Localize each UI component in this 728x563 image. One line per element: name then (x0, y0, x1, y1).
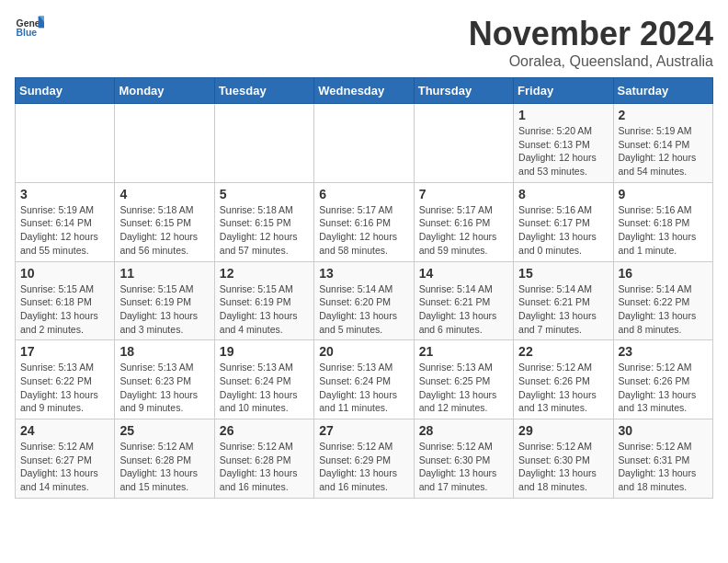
day-number: 10 (20, 266, 109, 281)
cell-info: Sunrise: 5:14 AM Sunset: 6:21 PM Dayligh… (518, 282, 608, 337)
day-number: 27 (319, 423, 408, 438)
calendar-cell: 18Sunrise: 5:13 AM Sunset: 6:23 PM Dayli… (115, 340, 214, 419)
cell-info: Sunrise: 5:14 AM Sunset: 6:22 PM Dayligh… (619, 282, 708, 337)
calendar-cell: 23Sunrise: 5:12 AM Sunset: 6:26 PM Dayli… (613, 340, 712, 419)
cell-info: Sunrise: 5:19 AM Sunset: 6:14 PM Dayligh… (20, 203, 109, 258)
calendar-week-row: 1Sunrise: 5:20 AM Sunset: 6:13 PM Daylig… (16, 104, 713, 183)
cell-info: Sunrise: 5:14 AM Sunset: 6:20 PM Dayligh… (319, 282, 408, 337)
day-header-tuesday: Tuesday (214, 78, 313, 104)
cell-info: Sunrise: 5:13 AM Sunset: 6:23 PM Dayligh… (119, 361, 209, 415)
cell-info: Sunrise: 5:12 AM Sunset: 6:30 PM Dayligh… (419, 440, 508, 494)
day-number: 11 (119, 266, 209, 281)
cell-info: Sunrise: 5:16 AM Sunset: 6:17 PM Dayligh… (518, 203, 608, 258)
calendar-cell: 16Sunrise: 5:14 AM Sunset: 6:22 PM Dayli… (613, 261, 712, 340)
day-header-wednesday: Wednesday (314, 78, 414, 104)
logo-icon: General Blue (15, 15, 44, 40)
calendar-cell: 27Sunrise: 5:12 AM Sunset: 6:29 PM Dayli… (314, 419, 414, 499)
calendar-cell: 26Sunrise: 5:12 AM Sunset: 6:28 PM Dayli… (214, 419, 313, 499)
calendar-cell: 1Sunrise: 5:20 AM Sunset: 6:13 PM Daylig… (514, 104, 613, 183)
cell-info: Sunrise: 5:15 AM Sunset: 6:19 PM Dayligh… (220, 282, 309, 337)
calendar-cell (214, 104, 313, 183)
day-number: 30 (619, 423, 708, 438)
cell-info: Sunrise: 5:13 AM Sunset: 6:22 PM Dayligh… (20, 361, 109, 415)
calendar-cell: 19Sunrise: 5:13 AM Sunset: 6:24 PM Dayli… (214, 340, 313, 419)
cell-info: Sunrise: 5:18 AM Sunset: 6:15 PM Dayligh… (119, 203, 209, 258)
calendar-cell: 21Sunrise: 5:13 AM Sunset: 6:25 PM Dayli… (414, 340, 513, 419)
day-number: 26 (220, 423, 309, 438)
calendar-cell: 2Sunrise: 5:19 AM Sunset: 6:14 PM Daylig… (613, 104, 712, 183)
day-number: 17 (20, 344, 109, 359)
cell-info: Sunrise: 5:12 AM Sunset: 6:28 PM Dayligh… (220, 440, 309, 494)
cell-info: Sunrise: 5:14 AM Sunset: 6:21 PM Dayligh… (419, 282, 508, 337)
day-number: 2 (619, 108, 708, 122)
day-number: 20 (319, 344, 408, 359)
calendar-cell: 8Sunrise: 5:16 AM Sunset: 6:17 PM Daylig… (514, 182, 613, 261)
day-number: 15 (518, 266, 608, 281)
svg-text:Blue: Blue (17, 28, 38, 38)
calendar-cell: 20Sunrise: 5:13 AM Sunset: 6:24 PM Dayli… (314, 340, 414, 419)
calendar-cell: 24Sunrise: 5:12 AM Sunset: 6:27 PM Dayli… (16, 419, 115, 499)
day-number: 3 (20, 187, 109, 201)
day-number: 14 (419, 266, 508, 281)
calendar-week-row: 24Sunrise: 5:12 AM Sunset: 6:27 PM Dayli… (16, 419, 713, 499)
cell-info: Sunrise: 5:16 AM Sunset: 6:18 PM Dayligh… (619, 203, 708, 258)
cell-info: Sunrise: 5:15 AM Sunset: 6:18 PM Dayligh… (20, 282, 109, 337)
day-number: 9 (619, 187, 708, 201)
day-number: 5 (220, 187, 309, 201)
day-header-thursday: Thursday (414, 78, 513, 104)
calendar-body: 1Sunrise: 5:20 AM Sunset: 6:13 PM Daylig… (16, 104, 713, 499)
cell-info: Sunrise: 5:20 AM Sunset: 6:13 PM Dayligh… (518, 124, 608, 178)
day-header-friday: Friday (514, 78, 613, 104)
calendar-cell: 30Sunrise: 5:12 AM Sunset: 6:31 PM Dayli… (613, 419, 712, 499)
location-title: Ooralea, Queensland, Australia (469, 53, 713, 70)
calendar-cell: 28Sunrise: 5:12 AM Sunset: 6:30 PM Dayli… (414, 419, 513, 499)
cell-info: Sunrise: 5:19 AM Sunset: 6:14 PM Dayligh… (619, 124, 708, 178)
calendar-cell: 15Sunrise: 5:14 AM Sunset: 6:21 PM Dayli… (514, 261, 613, 340)
calendar-cell (16, 104, 115, 183)
day-number: 13 (319, 266, 408, 281)
calendar-cell: 5Sunrise: 5:18 AM Sunset: 6:15 PM Daylig… (214, 182, 313, 261)
calendar-cell: 17Sunrise: 5:13 AM Sunset: 6:22 PM Dayli… (16, 340, 115, 419)
day-number: 8 (518, 187, 608, 201)
day-header-monday: Monday (115, 78, 214, 104)
header-area: General Blue November 2024 Ooralea, Quee… (15, 15, 713, 70)
calendar-cell: 10Sunrise: 5:15 AM Sunset: 6:18 PM Dayli… (16, 261, 115, 340)
calendar-cell: 6Sunrise: 5:17 AM Sunset: 6:16 PM Daylig… (314, 182, 414, 261)
day-number: 18 (119, 344, 209, 359)
cell-info: Sunrise: 5:13 AM Sunset: 6:24 PM Dayligh… (220, 361, 309, 415)
cell-info: Sunrise: 5:13 AM Sunset: 6:25 PM Dayligh… (419, 361, 508, 415)
cell-info: Sunrise: 5:12 AM Sunset: 6:30 PM Dayligh… (518, 440, 608, 494)
day-number: 16 (619, 266, 708, 281)
day-number: 6 (319, 187, 408, 201)
day-number: 23 (619, 344, 708, 359)
day-number: 29 (518, 423, 608, 438)
calendar-cell: 4Sunrise: 5:18 AM Sunset: 6:15 PM Daylig… (115, 182, 214, 261)
day-number: 7 (419, 187, 508, 201)
day-number: 19 (220, 344, 309, 359)
month-title: November 2024 (469, 15, 713, 53)
cell-info: Sunrise: 5:18 AM Sunset: 6:15 PM Dayligh… (220, 203, 309, 258)
calendar-cell: 11Sunrise: 5:15 AM Sunset: 6:19 PM Dayli… (115, 261, 214, 340)
day-number: 1 (518, 108, 608, 122)
calendar-cell: 3Sunrise: 5:19 AM Sunset: 6:14 PM Daylig… (16, 182, 115, 261)
day-number: 25 (119, 423, 209, 438)
cell-info: Sunrise: 5:13 AM Sunset: 6:24 PM Dayligh… (319, 361, 408, 415)
calendar-cell (414, 104, 513, 183)
calendar-table: SundayMondayTuesdayWednesdayThursdayFrid… (15, 77, 713, 499)
calendar-week-row: 3Sunrise: 5:19 AM Sunset: 6:14 PM Daylig… (16, 182, 713, 261)
day-header-saturday: Saturday (613, 78, 712, 104)
calendar-cell: 25Sunrise: 5:12 AM Sunset: 6:28 PM Dayli… (115, 419, 214, 499)
day-header-sunday: Sunday (16, 78, 115, 104)
calendar-cell: 13Sunrise: 5:14 AM Sunset: 6:20 PM Dayli… (314, 261, 414, 340)
cell-info: Sunrise: 5:17 AM Sunset: 6:16 PM Dayligh… (319, 203, 408, 258)
calendar-cell: 12Sunrise: 5:15 AM Sunset: 6:19 PM Dayli… (214, 261, 313, 340)
calendar-cell (115, 104, 214, 183)
day-number: 4 (119, 187, 209, 201)
cell-info: Sunrise: 5:12 AM Sunset: 6:29 PM Dayligh… (319, 440, 408, 494)
logo: General Blue (15, 15, 44, 40)
calendar-week-row: 10Sunrise: 5:15 AM Sunset: 6:18 PM Dayli… (16, 261, 713, 340)
cell-info: Sunrise: 5:12 AM Sunset: 6:26 PM Dayligh… (518, 361, 608, 415)
day-number: 12 (220, 266, 309, 281)
calendar-cell: 29Sunrise: 5:12 AM Sunset: 6:30 PM Dayli… (514, 419, 613, 499)
title-area: November 2024 Ooralea, Queensland, Austr… (469, 15, 713, 70)
